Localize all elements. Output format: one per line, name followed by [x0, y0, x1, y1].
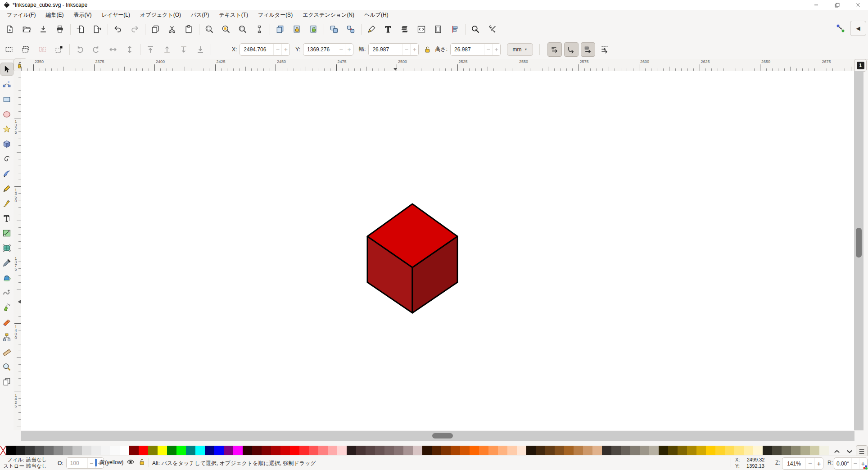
palette-swatch-19[interactable]	[186, 446, 195, 455]
palette-swatch-71[interactable]	[678, 446, 687, 455]
palette-swatch-67[interactable]	[640, 446, 649, 455]
copy-button[interactable]	[148, 23, 162, 36]
palette-swatch-0[interactable]	[6, 446, 16, 455]
palette-swatch-73[interactable]	[696, 446, 706, 455]
lower-button[interactable]	[176, 42, 190, 56]
palette-swatch-52[interactable]	[498, 446, 507, 455]
palette-swatch-22[interactable]	[214, 446, 224, 455]
palette-swatch-20[interactable]	[195, 446, 205, 455]
palette-swatch-37[interactable]	[356, 446, 366, 455]
flip-v-button[interactable]	[122, 42, 136, 56]
palette-swatch-69[interactable]	[659, 446, 668, 455]
vertical-ruler[interactable]: 13251350137514001425	[14, 71, 21, 430]
palette-swatch-63[interactable]	[602, 446, 611, 455]
palette-swatch-78[interactable]	[744, 446, 753, 455]
palette-swatch-75[interactable]	[715, 446, 725, 455]
scale-corners-toggle[interactable]	[564, 42, 579, 57]
tweak-tool-button[interactable]	[1, 286, 13, 298]
bucket-tool-button[interactable]	[1, 271, 13, 284]
menu-item-4[interactable]: オブジェクト(O)	[135, 10, 186, 20]
palette-swatch-83[interactable]	[791, 446, 800, 455]
opacity-minus-button[interactable]: −	[87, 458, 95, 469]
rotate-cw-button[interactable]	[89, 42, 103, 56]
palette-swatch-45[interactable]	[432, 446, 441, 455]
palette-swatch-70[interactable]	[668, 446, 678, 455]
zoom-in-button[interactable]: +	[814, 458, 823, 469]
palette-swatch-39[interactable]	[375, 446, 384, 455]
palette-swatch-82[interactable]	[782, 446, 791, 455]
palette-swatch-23[interactable]	[224, 446, 233, 455]
flip-h-button[interactable]	[106, 42, 120, 56]
palette-swatch-62[interactable]	[592, 446, 602, 455]
palette-swatch-68[interactable]	[649, 446, 659, 455]
vertical-scrollbar[interactable]	[854, 71, 863, 430]
palette-swatch-32[interactable]	[309, 446, 318, 455]
palette-swatch-77[interactable]	[734, 446, 744, 455]
rotation-value[interactable]: 0.00°	[834, 461, 851, 467]
raise-button[interactable]	[160, 42, 174, 56]
palette-swatch-58[interactable]	[555, 446, 564, 455]
palette-swatch-53[interactable]	[507, 446, 517, 455]
palette-swatch-15[interactable]	[148, 446, 158, 455]
horizontal-scrollbar-thumb[interactable]	[432, 433, 453, 438]
height-minus-button[interactable]: −	[484, 44, 492, 55]
palette-swatch-31[interactable]	[299, 446, 309, 455]
palette-swatch-42[interactable]	[403, 446, 413, 455]
no-color-swatch[interactable]	[0, 446, 6, 455]
palette-swatch-17[interactable]	[167, 446, 176, 455]
zoom-value[interactable]: 141%	[782, 461, 805, 467]
fill-stroke-button[interactable]	[364, 23, 378, 36]
palette-swatch-54[interactable]	[517, 446, 526, 455]
palette-swatch-60[interactable]	[574, 446, 583, 455]
palette-swatch-11[interactable]	[110, 446, 120, 455]
x-field[interactable]: 2494.706 −+	[240, 43, 290, 56]
rotate-ccw-button[interactable]	[72, 42, 86, 56]
palette-swatch-47[interactable]	[451, 446, 460, 455]
y-plus-button[interactable]: +	[345, 44, 353, 55]
palette-swatch-10[interactable]	[101, 446, 110, 455]
palette-swatch-41[interactable]	[394, 446, 403, 455]
open-button[interactable]	[19, 23, 33, 36]
gradient-tool-button[interactable]	[1, 227, 13, 239]
select-all-button[interactable]	[2, 42, 16, 56]
palette-swatch-33[interactable]	[318, 446, 328, 455]
mesh-tool-button[interactable]	[1, 242, 13, 254]
fill-stroke-values[interactable]: 該当なし 該当なし	[26, 456, 47, 469]
doc-properties-button[interactable]	[431, 23, 445, 36]
clone-button[interactable]	[289, 23, 303, 36]
palette-swatch-4[interactable]	[44, 446, 54, 455]
horizontal-ruler[interactable]: 2350237524002425245024752500252525502575…	[21, 59, 854, 71]
zoom-out-button[interactable]: −	[805, 458, 814, 469]
minimize-button[interactable]	[806, 0, 827, 10]
width-plus-button[interactable]: +	[410, 44, 418, 55]
opacity-value[interactable]: 100	[67, 460, 87, 466]
layer-visibility-button[interactable]	[127, 458, 136, 467]
palette-swatch-28[interactable]	[271, 446, 280, 455]
find-button[interactable]	[468, 23, 482, 36]
text-dialog-button[interactable]	[381, 23, 395, 36]
rect-tool-button[interactable]	[1, 93, 13, 105]
scale-stroke-toggle[interactable]	[547, 42, 562, 57]
print-button[interactable]	[53, 23, 67, 36]
palette-scroll-down-button[interactable]	[843, 447, 856, 456]
layers-button[interactable]	[398, 23, 411, 36]
unlink-clone-button[interactable]	[306, 23, 320, 36]
select-tool-button[interactable]	[0, 63, 14, 76]
palette-swatch-29[interactable]	[280, 446, 290, 455]
resize-page-button[interactable]	[252, 23, 266, 36]
palette-swatch-80[interactable]	[763, 446, 772, 455]
pages-tool-button[interactable]	[1, 375, 13, 388]
snapbar-collapse-button[interactable]: ◀	[850, 21, 866, 36]
palette-swatch-48[interactable]	[460, 446, 470, 455]
palette-swatch-14[interactable]	[139, 446, 148, 455]
menu-item-2[interactable]: 表示(V)	[68, 10, 96, 20]
palette-swatch-6[interactable]	[63, 446, 72, 455]
cut-button[interactable]	[165, 23, 179, 36]
y-field-value[interactable]: 1369.276	[303, 46, 337, 53]
palette-swatch-24[interactable]	[233, 446, 243, 455]
height-field-value[interactable]: 26.987	[451, 46, 484, 53]
menu-item-0[interactable]: ファイル(F)	[2, 10, 41, 20]
spiral-tool-button[interactable]	[1, 153, 13, 165]
width-field[interactable]: 26.987 −+	[368, 43, 419, 56]
save-button[interactable]	[36, 23, 50, 36]
